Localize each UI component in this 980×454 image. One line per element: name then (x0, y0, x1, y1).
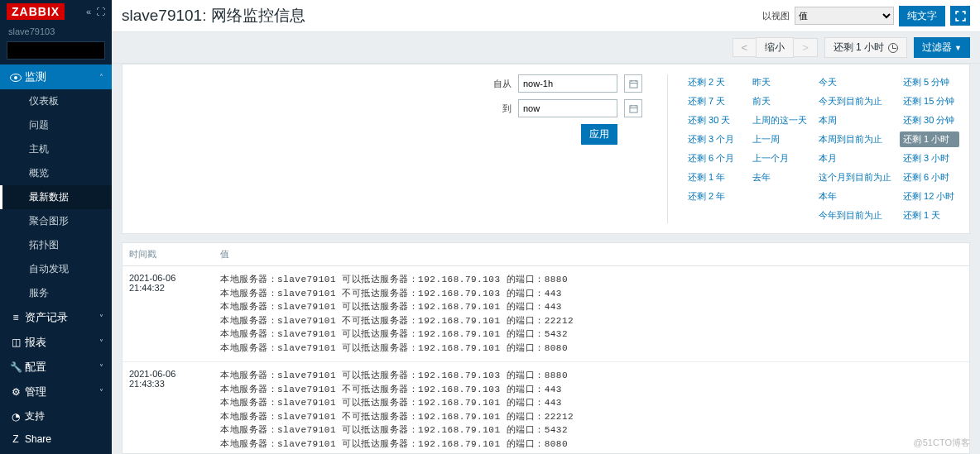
section-label: 报表 (25, 335, 46, 350)
calendar-from-icon[interactable] (624, 74, 642, 93)
sidebar-item-3[interactable]: 概览 (0, 161, 112, 185)
from-label: 自从 (492, 78, 512, 90)
time-preset[interactable]: 还剩 6 个月 (685, 151, 744, 166)
main: slave79101: 网络监控信息 以视图 值 纯文字 < 缩小 > 还剩 1… (112, 0, 980, 454)
sidebar-item-1[interactable]: 问题 (0, 113, 112, 137)
log-line: 本地服务器：slave79101 不可抵达服务器：192.168.79.103 … (220, 383, 963, 397)
log-line: 本地服务器：slave79101 可以抵达服务器：192.168.79.103 … (220, 369, 963, 383)
log-line: 本地服务器：slave79101 不可抵达服务器：192.168.79.103 … (220, 287, 963, 301)
menu-section-1[interactable]: ◫报表˅ (0, 330, 112, 355)
time-preset[interactable]: 还剩 6 小时 (900, 170, 959, 185)
sidebar-item-6[interactable]: 拓扑图 (0, 233, 112, 257)
sidebar: ZABBIX « ⛶ slave79103 监测 ˄ 仪表 (0, 0, 112, 454)
fullscreen-button[interactable] (950, 6, 970, 26)
sidebar-item-7[interactable]: 自动发现 (0, 257, 112, 281)
zoom-out-button[interactable]: 缩小 (756, 37, 794, 58)
sidebar-item-8[interactable]: 服务 (0, 281, 112, 305)
time-prev-button[interactable]: < (733, 38, 757, 57)
watermark: @51CTO博客 (914, 437, 970, 449)
log-line: 本地服务器：slave79101 不可抵达服务器：192.168.79.101 … (220, 314, 963, 328)
menu-section-0[interactable]: ≡资产记录˅ (0, 305, 112, 330)
table-row: 2021-06-06 21:44:32本地服务器：slave79101 可以抵达… (122, 266, 969, 362)
time-preset[interactable]: 今天 (815, 74, 895, 90)
time-preset[interactable]: 还剩 15 分钟 (900, 93, 959, 109)
section-icon: ≡ (8, 312, 23, 323)
row-value: 本地服务器：slave79101 可以抵达服务器：192.168.79.103 … (214, 270, 969, 358)
time-preset[interactable]: 还剩 3 小时 (900, 151, 959, 166)
time-toolbar: < 缩小 > 还剩 1 小时 过滤器 ▼ (112, 32, 980, 64)
filter-label: 过滤器 (922, 41, 952, 55)
col-timestamp[interactable]: 时间戳 (122, 243, 214, 265)
header: slave79101: 网络监控信息 以视图 值 纯文字 (112, 0, 980, 32)
to-label: 到 (492, 103, 512, 115)
view-mode-select[interactable]: 值 (795, 7, 894, 25)
time-preset[interactable]: 还剩 7 天 (685, 93, 744, 109)
time-preset[interactable]: 本月 (815, 151, 895, 166)
time-range-display[interactable]: 还剩 1 小时 (824, 37, 907, 58)
time-preset[interactable]: 还剩 12 小时 (900, 189, 959, 204)
section-icon: 🔧 (8, 361, 23, 373)
time-preset[interactable]: 本周到目前为止 (815, 131, 895, 147)
time-preset[interactable]: 这个月到目前为止 (815, 170, 895, 185)
time-preset[interactable]: 上一周 (749, 131, 810, 147)
time-preset[interactable]: 还剩 1 天 (900, 208, 959, 223)
time-preset[interactable]: 今年到目前为止 (815, 208, 895, 223)
section-icon: ⚙ (8, 386, 23, 398)
chevron-down-icon: ˅ (99, 363, 103, 372)
filter-button[interactable]: 过滤器 ▼ (914, 37, 970, 58)
sidebar-item-2[interactable]: 主机 (0, 137, 112, 161)
collapse-icon[interactable]: « (86, 7, 91, 17)
time-preset[interactable]: 上周的这一天 (749, 112, 810, 128)
time-preset[interactable]: 前天 (749, 93, 810, 109)
time-next-button[interactable]: > (793, 38, 818, 57)
server-label: slave79103 (0, 23, 112, 41)
eye-icon (8, 71, 23, 83)
time-preset[interactable]: 还剩 2 年 (685, 189, 744, 204)
time-preset[interactable]: 去年 (749, 170, 810, 185)
section-icon: ◫ (8, 337, 23, 348)
time-preset[interactable]: 还剩 30 天 (685, 112, 744, 128)
log-line: 本地服务器：slave79101 可以抵达服务器：192.168.79.101 … (220, 437, 963, 452)
menu-monitoring-label: 监测 (25, 69, 46, 84)
time-preset[interactable]: 本周 (815, 112, 895, 128)
sidebar-top: ZABBIX « ⛶ (0, 0, 112, 23)
footer-item-1[interactable]: ZShare (0, 428, 112, 450)
time-preset[interactable]: 本年 (815, 189, 895, 204)
footer-icon: Z (8, 433, 23, 445)
footer-item-0[interactable]: ◔支持 (0, 404, 112, 428)
time-range-text: 还剩 1 小时 (833, 41, 884, 55)
time-preset[interactable]: 还剩 3 个月 (685, 131, 744, 147)
footer-item-2[interactable]: ?帮助 (0, 450, 112, 454)
time-preset[interactable]: 昨天 (749, 74, 810, 90)
apply-button[interactable]: 应用 (581, 124, 617, 145)
col-value[interactable]: 值 (214, 243, 969, 265)
sidebar-item-0[interactable]: 仪表板 (0, 89, 112, 113)
sidebar-item-5[interactable]: 聚合图形 (0, 209, 112, 233)
time-preset[interactable]: 今天到目前为止 (815, 93, 895, 109)
time-preset[interactable]: 还剩 30 分钟 (900, 112, 959, 128)
time-preset[interactable]: 还剩 1 小时 (900, 131, 959, 147)
time-preset[interactable]: 还剩 5 分钟 (900, 74, 959, 90)
search-input[interactable] (7, 41, 105, 60)
time-preset[interactable]: 还剩 2 天 (685, 74, 744, 90)
time-preset[interactable]: 还剩 1 年 (685, 170, 744, 185)
sidebar-item-4[interactable]: 最新数据 (0, 185, 112, 209)
log-line: 本地服务器：slave79101 不可抵达服务器：192.168.79.101 … (220, 410, 963, 424)
to-input[interactable] (518, 99, 617, 117)
plaintext-button[interactable]: 纯文字 (899, 6, 945, 26)
menu-section-2[interactable]: 🔧配置˅ (0, 355, 112, 380)
menu-monitoring[interactable]: 监测 ˄ (0, 65, 112, 89)
svg-rect-4 (629, 80, 637, 87)
row-timestamp: 2021-06-06 21:43:33 (122, 366, 214, 454)
table-row: 2021-06-06 21:43:33本地服务器：slave79101 可以抵达… (122, 362, 969, 454)
calendar-to-icon[interactable] (624, 99, 642, 117)
menu-section-3[interactable]: ⚙管理˅ (0, 380, 112, 404)
clock-icon (888, 43, 898, 53)
expand-icon[interactable]: ⛶ (96, 7, 105, 17)
time-preset[interactable]: 上一个月 (749, 151, 810, 166)
from-input[interactable] (518, 74, 617, 93)
section-label: 资产记录 (25, 310, 68, 325)
footer-icon: ◔ (8, 411, 23, 423)
chevron-down-icon: ˅ (99, 338, 103, 347)
row-value: 本地服务器：slave79101 可以抵达服务器：192.168.79.103 … (214, 366, 969, 454)
